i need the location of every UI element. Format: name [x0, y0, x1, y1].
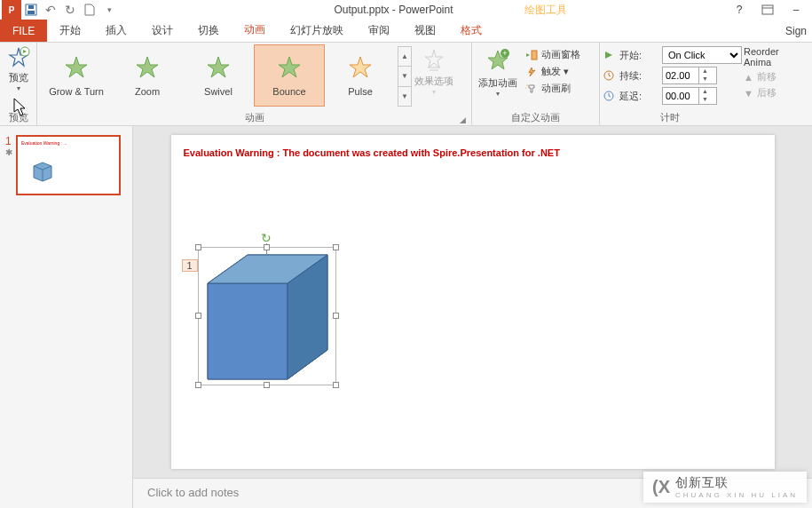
tab-insert[interactable]: 插入 — [93, 20, 139, 42]
move-earlier-button[interactable]: ▲前移 — [744, 70, 808, 83]
spin-down-icon[interactable]: ▼ — [699, 75, 711, 83]
cube-shape[interactable] — [199, 248, 337, 386]
gallery-down-icon[interactable]: ▼ — [398, 67, 411, 86]
sign-in-link[interactable]: Sign — [785, 20, 812, 42]
tab-slideshow[interactable]: 幻灯片放映 — [278, 20, 356, 42]
svg-rect-2 — [28, 5, 34, 9]
title-center: Output.pptx - PowerPoint 绘图工具 — [119, 3, 729, 18]
pane-label: 动画窗格 — [541, 48, 580, 61]
title-bar: P ↶ ↻ ▾ Output.pptx - PowerPoint 绘图工具 ? … — [0, 0, 812, 20]
slide-canvas-wrap: Evaluation Warning : The document was cr… — [133, 126, 812, 478]
workspace: 1 ✱ Evaluation Warning : ... Evaluation … — [0, 126, 812, 508]
clock-icon — [603, 91, 614, 101]
svg-rect-3 — [762, 5, 773, 14]
duration-spinner[interactable]: ▲▼ — [662, 67, 717, 84]
animation-order-tag[interactable]: 1 — [182, 259, 198, 272]
group-advanced-label: 自定义动画 — [476, 111, 595, 125]
effect-options-label: 效果选项 — [414, 75, 453, 88]
undo-icon[interactable]: ↶ — [41, 0, 60, 20]
spin-up-icon[interactable]: ▲ — [699, 67, 711, 75]
pane-icon — [525, 50, 538, 60]
ribbon-tabs: FILE 开始 插入 设计 切换 动画 幻灯片放映 审阅 视图 格式 Sign — [0, 20, 812, 42]
move-later-button[interactable]: ▼后移 — [744, 86, 808, 99]
add-animation-label: 添加动画 — [478, 76, 517, 90]
ribbon-display-icon[interactable] — [757, 0, 778, 20]
star-plus-icon: + — [485, 48, 510, 73]
delay-input[interactable] — [663, 91, 698, 101]
tab-design[interactable]: 设计 — [139, 20, 185, 42]
gallery-scroll: ▲ ▼ ▼ — [398, 46, 412, 107]
quick-access-toolbar: P ↶ ↻ ▾ — [0, 0, 119, 20]
cube-icon — [30, 160, 55, 183]
group-preview-label: 预览 — [4, 111, 33, 125]
anim-zoom[interactable]: Zoom — [112, 44, 183, 107]
watermark-subtext: CHUANG XIN HU LIAN — [675, 491, 798, 499]
star-play-icon — [7, 46, 30, 69]
delay-spinner[interactable]: ▲▼ — [662, 87, 717, 105]
tab-animations[interactable]: 动画 — [232, 20, 278, 42]
duration-input[interactable] — [663, 70, 698, 81]
painter-label: 动画刷 — [541, 82, 571, 95]
start-select[interactable]: On Click — [662, 46, 742, 64]
help-icon[interactable]: ? — [729, 0, 750, 20]
watermark-text: 创新互联 — [675, 475, 798, 491]
star-icon — [276, 54, 303, 81]
start-label: 开始: — [619, 49, 657, 62]
tab-file[interactable]: FILE — [0, 20, 47, 42]
slide-canvas[interactable]: Evaluation Warning : The document was cr… — [171, 135, 775, 469]
shape-selection[interactable] — [198, 247, 336, 385]
minimize-icon[interactable]: – — [785, 0, 807, 20]
slide-thumbnail-1[interactable]: Evaluation Warning : ... — [16, 135, 121, 195]
animation-painter-button[interactable]: 动画刷 — [525, 82, 580, 95]
group-animation-label: 动画 ◢ — [41, 111, 468, 125]
gallery-up-icon[interactable]: ▲ — [398, 47, 411, 67]
delay-label: 延迟: — [619, 90, 657, 103]
anim-label: Grow & Turn — [49, 86, 104, 97]
preview-button-label: 预览 — [9, 71, 28, 84]
spin-up-icon[interactable]: ▲ — [699, 88, 711, 96]
effect-options-button[interactable]: 效果选项 ▾ — [412, 44, 456, 96]
group-animation: Grow & Turn Zoom Swivel Bounce Pulse — [37, 43, 472, 125]
gallery-more-icon[interactable]: ▼ — [398, 87, 411, 106]
anim-pulse[interactable]: Pulse — [325, 44, 396, 107]
thumb-warning-text: Evaluation Warning : ... — [21, 140, 67, 146]
evaluation-warning-text: Evaluation Warning : The document was cr… — [184, 147, 560, 158]
tab-transitions[interactable]: 切换 — [185, 20, 232, 42]
qat-customize-icon[interactable]: ▾ — [99, 0, 119, 20]
anim-grow-turn[interactable]: Grow & Turn — [41, 44, 112, 107]
duration-label: 持续: — [619, 69, 657, 83]
tab-home[interactable]: 开始 — [47, 20, 93, 42]
anim-label: Swivel — [204, 86, 233, 97]
anim-bounce[interactable]: Bounce — [254, 44, 325, 107]
document-title: Output.pptx - PowerPoint — [334, 4, 453, 16]
tab-review[interactable]: 审阅 — [356, 20, 402, 42]
preview-button[interactable]: 预览 ▾ — [4, 44, 33, 92]
add-animation-button[interactable]: + 添加动画 ▾ — [476, 44, 520, 98]
app-icon[interactable]: P — [2, 0, 21, 20]
tab-view[interactable]: 视图 — [402, 20, 448, 42]
animation-gallery: Grow & Turn Zoom Swivel Bounce Pulse — [41, 44, 412, 107]
save-icon[interactable] — [21, 0, 41, 20]
title-controls: ? – — [729, 0, 812, 20]
spin-down-icon[interactable]: ▼ — [699, 96, 711, 104]
ribbon: 预览 ▾ 预览 Grow & Turn Zoom Swivel — [0, 42, 812, 126]
tab-format[interactable]: 格式 — [448, 20, 494, 42]
star-icon — [205, 54, 232, 81]
watermark: (X 创新互联 CHUANG XIN HU LIAN — [643, 472, 807, 503]
slide-area: Evaluation Warning : The document was cr… — [133, 126, 812, 508]
group-preview: 预览 ▾ 预览 — [0, 43, 37, 125]
advanced-list: 动画窗格 触发 ▾ 动画刷 — [525, 44, 580, 95]
redo-icon[interactable]: ↻ — [60, 0, 80, 20]
animation-pane-button[interactable]: 动画窗格 — [525, 48, 580, 61]
star-icon — [134, 54, 161, 81]
group-advanced-animation: + 添加动画 ▾ 动画窗格 触发 ▾ 动画刷 自定义动画 — [472, 43, 600, 125]
new-file-icon[interactable] — [80, 0, 99, 20]
group-reorder-label — [744, 111, 808, 125]
anim-swivel[interactable]: Swivel — [183, 44, 254, 107]
down-arrow-icon: ▼ — [744, 88, 753, 99]
trigger-button[interactable]: 触发 ▾ — [525, 65, 580, 78]
dialog-launcher-icon[interactable]: ◢ — [460, 115, 466, 124]
star-bars-icon — [422, 48, 445, 71]
svg-rect-1 — [28, 11, 35, 14]
anim-label: Zoom — [135, 86, 160, 97]
